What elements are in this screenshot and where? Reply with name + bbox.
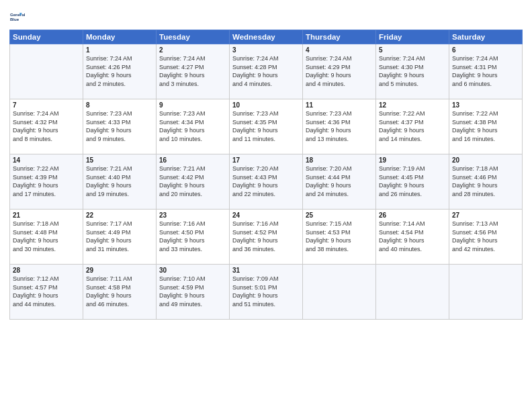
calendar-cell: 4Sunrise: 7:24 AMSunset: 4:29 PMDaylight… <box>303 44 376 99</box>
day-number: 25 <box>306 212 373 219</box>
day-info: Sunrise: 7:21 AMSunset: 4:40 PMDaylight:… <box>86 165 153 198</box>
calendar-cell: 15Sunrise: 7:21 AMSunset: 4:40 PMDayligh… <box>83 154 157 210</box>
day-info: Sunrise: 7:24 AMSunset: 4:28 PMDaylight:… <box>232 54 300 88</box>
week-row-3: 14Sunrise: 7:22 AMSunset: 4:39 PMDayligh… <box>10 154 523 210</box>
calendar-cell: 16Sunrise: 7:21 AMSunset: 4:42 PMDayligh… <box>157 154 230 210</box>
day-number: 2 <box>159 46 226 54</box>
day-info: Sunrise: 7:15 AMSunset: 4:53 PMDaylight:… <box>306 220 373 253</box>
day-number: 9 <box>159 101 226 109</box>
weekday-header-thursday: Thursday <box>303 30 376 44</box>
day-number: 26 <box>379 212 446 219</box>
day-number: 28 <box>13 267 80 274</box>
calendar-cell: 18Sunrise: 7:20 AMSunset: 4:44 PMDayligh… <box>303 154 376 210</box>
calendar-cell: 1Sunrise: 7:24 AMSunset: 4:26 PMDaylight… <box>83 44 157 99</box>
day-info: Sunrise: 7:24 AMSunset: 4:29 PMDaylight:… <box>306 54 373 88</box>
logo-icon: General Blue <box>9 7 28 26</box>
day-number: 19 <box>379 156 446 164</box>
day-info: Sunrise: 7:24 AMSunset: 4:30 PMDaylight:… <box>379 54 446 88</box>
calendar-cell: 30Sunrise: 7:10 AMSunset: 4:59 PMDayligh… <box>157 265 230 320</box>
calendar-cell: 22Sunrise: 7:17 AMSunset: 4:49 PMDayligh… <box>83 210 157 265</box>
day-info: Sunrise: 7:17 AMSunset: 4:49 PMDaylight:… <box>86 220 153 253</box>
calendar-cell: 10Sunrise: 7:23 AMSunset: 4:35 PMDayligh… <box>230 99 303 154</box>
weekday-header-monday: Monday <box>83 30 157 44</box>
day-number: 14 <box>13 156 80 164</box>
day-number: 12 <box>379 101 446 109</box>
day-info: Sunrise: 7:20 AMSunset: 4:44 PMDaylight:… <box>306 165 373 198</box>
day-info: Sunrise: 7:23 AMSunset: 4:33 PMDaylight:… <box>86 109 153 143</box>
week-row-4: 21Sunrise: 7:18 AMSunset: 4:48 PMDayligh… <box>10 210 523 265</box>
calendar-cell: 20Sunrise: 7:18 AMSunset: 4:46 PMDayligh… <box>449 154 523 210</box>
week-row-2: 7Sunrise: 7:24 AMSunset: 4:32 PMDaylight… <box>10 99 523 154</box>
day-number: 11 <box>306 101 373 109</box>
day-info: Sunrise: 7:09 AMSunset: 5:01 PMDaylight:… <box>232 275 300 308</box>
day-number: 18 <box>306 156 373 164</box>
weekday-header-wednesday: Wednesday <box>230 30 303 44</box>
day-number: 16 <box>159 156 226 164</box>
weekday-header-friday: Friday <box>376 30 449 44</box>
day-info: Sunrise: 7:12 AMSunset: 4:57 PMDaylight:… <box>13 275 80 308</box>
day-info: Sunrise: 7:22 AMSunset: 4:39 PMDaylight:… <box>13 165 80 198</box>
day-info: Sunrise: 7:16 AMSunset: 4:50 PMDaylight:… <box>159 220 226 253</box>
week-row-1: 1Sunrise: 7:24 AMSunset: 4:26 PMDaylight… <box>10 44 523 99</box>
calendar-cell: 27Sunrise: 7:13 AMSunset: 4:56 PMDayligh… <box>449 210 523 265</box>
calendar-cell: 19Sunrise: 7:19 AMSunset: 4:45 PMDayligh… <box>376 154 449 210</box>
day-number: 1 <box>86 46 153 54</box>
day-info: Sunrise: 7:22 AMSunset: 4:37 PMDaylight:… <box>379 109 446 143</box>
day-number: 15 <box>86 156 153 164</box>
day-number: 6 <box>452 46 519 54</box>
calendar-cell: 26Sunrise: 7:14 AMSunset: 4:54 PMDayligh… <box>376 210 449 265</box>
calendar-cell: 14Sunrise: 7:22 AMSunset: 4:39 PMDayligh… <box>10 154 83 210</box>
calendar-cell: 7Sunrise: 7:24 AMSunset: 4:32 PMDaylight… <box>10 99 83 154</box>
calendar-cell: 31Sunrise: 7:09 AMSunset: 5:01 PMDayligh… <box>230 265 303 320</box>
calendar-cell: 21Sunrise: 7:18 AMSunset: 4:48 PMDayligh… <box>10 210 83 265</box>
day-info: Sunrise: 7:22 AMSunset: 4:38 PMDaylight:… <box>452 109 519 143</box>
calendar-cell: 24Sunrise: 7:16 AMSunset: 4:52 PMDayligh… <box>230 210 303 265</box>
day-info: Sunrise: 7:18 AMSunset: 4:48 PMDaylight:… <box>13 220 80 253</box>
day-info: Sunrise: 7:10 AMSunset: 4:59 PMDaylight:… <box>159 275 226 308</box>
day-number: 23 <box>159 212 226 219</box>
calendar-cell <box>449 265 523 320</box>
calendar-cell: 25Sunrise: 7:15 AMSunset: 4:53 PMDayligh… <box>303 210 376 265</box>
calendar-cell: 11Sunrise: 7:23 AMSunset: 4:36 PMDayligh… <box>303 99 376 154</box>
day-info: Sunrise: 7:18 AMSunset: 4:46 PMDaylight:… <box>452 165 519 198</box>
week-row-5: 28Sunrise: 7:12 AMSunset: 4:57 PMDayligh… <box>10 265 523 320</box>
svg-text:General: General <box>10 13 26 17</box>
header: General Blue <box>9 7 523 26</box>
day-info: Sunrise: 7:11 AMSunset: 4:58 PMDaylight:… <box>86 275 153 308</box>
day-number: 21 <box>13 212 80 219</box>
day-info: Sunrise: 7:19 AMSunset: 4:45 PMDaylight:… <box>379 165 446 198</box>
day-info: Sunrise: 7:23 AMSunset: 4:34 PMDaylight:… <box>159 109 226 143</box>
logo: General Blue <box>9 7 28 26</box>
day-number: 24 <box>232 212 300 219</box>
day-info: Sunrise: 7:24 AMSunset: 4:31 PMDaylight:… <box>452 54 519 88</box>
calendar-cell: 5Sunrise: 7:24 AMSunset: 4:30 PMDaylight… <box>376 44 449 99</box>
day-info: Sunrise: 7:13 AMSunset: 4:56 PMDaylight:… <box>452 220 519 253</box>
day-number: 3 <box>232 46 300 54</box>
calendar-cell: 28Sunrise: 7:12 AMSunset: 4:57 PMDayligh… <box>10 265 83 320</box>
day-info: Sunrise: 7:23 AMSunset: 4:36 PMDaylight:… <box>306 109 373 143</box>
day-number: 13 <box>452 101 519 109</box>
day-info: Sunrise: 7:20 AMSunset: 4:43 PMDaylight:… <box>232 165 300 198</box>
calendar-cell: 13Sunrise: 7:22 AMSunset: 4:38 PMDayligh… <box>449 99 523 154</box>
day-number: 7 <box>13 101 80 109</box>
svg-text:Blue: Blue <box>10 17 19 21</box>
day-number: 27 <box>452 212 519 219</box>
day-info: Sunrise: 7:21 AMSunset: 4:42 PMDaylight:… <box>159 165 226 198</box>
calendar-cell: 12Sunrise: 7:22 AMSunset: 4:37 PMDayligh… <box>376 99 449 154</box>
calendar-cell: 6Sunrise: 7:24 AMSunset: 4:31 PMDaylight… <box>449 44 523 99</box>
day-number: 17 <box>232 156 300 164</box>
calendar-cell: 29Sunrise: 7:11 AMSunset: 4:58 PMDayligh… <box>83 265 157 320</box>
calendar-cell <box>376 265 449 320</box>
day-number: 10 <box>232 101 300 109</box>
calendar-cell: 2Sunrise: 7:24 AMSunset: 4:27 PMDaylight… <box>157 44 230 99</box>
calendar-page: General Blue SundayMondayTuesdayWednesda… <box>0 0 532 411</box>
day-info: Sunrise: 7:14 AMSunset: 4:54 PMDaylight:… <box>379 220 446 253</box>
day-number: 31 <box>232 267 300 274</box>
day-number: 20 <box>452 156 519 164</box>
day-info: Sunrise: 7:24 AMSunset: 4:26 PMDaylight:… <box>86 54 153 88</box>
calendar-cell: 8Sunrise: 7:23 AMSunset: 4:33 PMDaylight… <box>83 99 157 154</box>
day-number: 4 <box>306 46 373 54</box>
day-number: 29 <box>86 267 153 274</box>
day-info: Sunrise: 7:24 AMSunset: 4:32 PMDaylight:… <box>13 109 80 143</box>
weekday-header-saturday: Saturday <box>449 30 523 44</box>
